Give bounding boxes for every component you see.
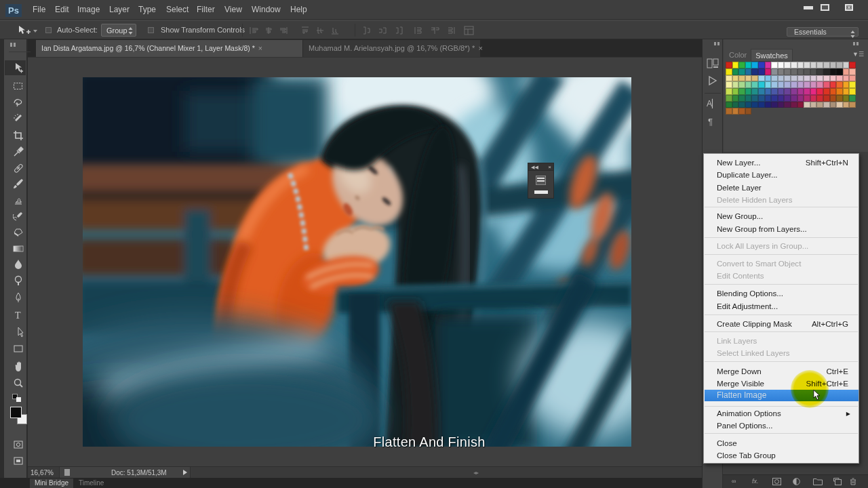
svg-text:T: T (15, 310, 21, 321)
